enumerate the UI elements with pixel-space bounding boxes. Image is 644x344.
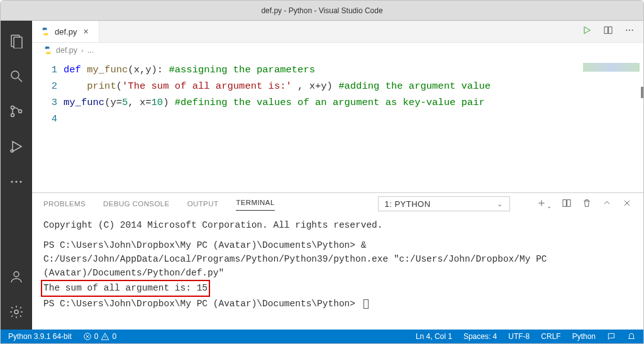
svg-point-6 (19, 110, 22, 113)
svg-line-3 (18, 78, 22, 82)
svg-rect-15 (604, 27, 608, 34)
tab-problems[interactable]: PROBLEMS (43, 199, 86, 209)
status-language[interactable]: Python (572, 332, 596, 341)
explorer-icon[interactable] (8, 32, 25, 50)
chevron-right-icon: › (81, 47, 84, 54)
svg-point-13 (14, 310, 18, 314)
editor-actions (582, 21, 643, 42)
svg-point-4 (11, 106, 14, 109)
split-editor-icon[interactable] (603, 25, 613, 38)
svg-point-18 (629, 30, 630, 31)
breadcrumb-file: def.py (56, 46, 77, 55)
app-window: def.py - Python - Visual Studio Code def… (0, 0, 644, 344)
status-spaces[interactable]: Spaces: 4 (464, 332, 497, 341)
feedback-icon[interactable] (607, 332, 616, 341)
svg-point-12 (14, 272, 19, 277)
account-icon[interactable] (8, 268, 25, 286)
source-control-icon[interactable] (8, 103, 25, 120)
panel-tabs: PROBLEMS DEBUG CONSOLE OUTPUT TERMINAL 1… (32, 193, 643, 214)
svg-point-2 (11, 71, 19, 79)
line-gutter: 1 2 3 4 (32, 58, 64, 192)
svg-point-11 (19, 180, 21, 182)
new-terminal-icon[interactable]: ⌄ (536, 198, 552, 209)
run-debug-icon[interactable] (8, 138, 25, 155)
tab-output[interactable]: OUTPUT (187, 199, 219, 209)
run-file-icon[interactable] (582, 25, 592, 38)
bottom-panel: PROBLEMS DEBUG CONSOLE OUTPUT TERMINAL 1… (32, 192, 643, 330)
code-content[interactable]: def my_func(x,y): #assigning the paramet… (64, 58, 643, 192)
more-icon[interactable] (8, 173, 25, 191)
bell-icon[interactable] (627, 332, 636, 341)
terminal-cursor (364, 299, 369, 309)
python-file-icon (41, 27, 50, 36)
activity-bar (1, 21, 32, 330)
status-eol[interactable]: CRLF (541, 332, 560, 341)
line-number: 4 (32, 111, 57, 127)
terminal-line-highlighted: The sum of all argument is: 15 (43, 280, 632, 297)
editor-more-icon[interactable] (625, 25, 635, 38)
terminal-line: Copyright (C) 2014 Microsoft Corporation… (43, 218, 632, 232)
breadcrumb[interactable]: def.py › ... (32, 43, 643, 58)
panel-actions: ⌄ (536, 198, 633, 209)
python-file-icon (43, 46, 52, 55)
svg-rect-1 (14, 37, 22, 48)
svg-rect-22 (563, 200, 566, 207)
svg-marker-14 (584, 27, 590, 34)
svg-marker-7 (13, 141, 21, 152)
line-number: 3 (32, 94, 57, 111)
svg-point-5 (11, 114, 14, 117)
svg-point-19 (632, 30, 633, 31)
title-bar[interactable]: def.py - Python - Visual Studio Code (1, 1, 643, 21)
status-encoding[interactable]: UTF-8 (508, 332, 530, 341)
svg-point-17 (626, 30, 627, 31)
overview-ruler-mark (641, 87, 643, 98)
code-editor[interactable]: 1 2 3 4 def my_func(x,y): #assigning the… (32, 58, 643, 192)
split-terminal-icon[interactable] (562, 198, 572, 209)
close-panel-icon[interactable] (622, 198, 632, 209)
svg-point-10 (15, 180, 17, 182)
search-icon[interactable] (8, 67, 25, 85)
svg-point-8 (11, 150, 13, 152)
terminal-output[interactable]: Copyright (C) 2014 Microsoft Corporation… (32, 214, 643, 330)
chevron-down-icon: ⌄ (497, 200, 503, 208)
close-tab-icon[interactable]: × (82, 26, 89, 36)
tab-bar: def.py × (32, 21, 643, 43)
maximize-panel-icon[interactable] (602, 198, 612, 209)
tab-defpy[interactable]: def.py × (32, 21, 99, 42)
line-number: 2 (32, 78, 57, 94)
svg-rect-16 (609, 27, 612, 34)
editor-area: def.py × def.py › ... 1 2 3 (32, 21, 643, 330)
line-number: 1 (32, 62, 57, 78)
tab-label: def.py (55, 27, 77, 36)
status-line-col[interactable]: Ln 4, Col 1 (416, 332, 452, 341)
window-title: def.py - Python - Visual Studio Code (261, 6, 382, 15)
minimap[interactable] (583, 63, 640, 72)
terminal-selector[interactable]: 1: Python ⌄ (378, 196, 510, 211)
status-errors[interactable]: 00 (83, 332, 116, 341)
status-bar: Python 3.9.1 64-bit 00 Ln 4, Col 1 Space… (1, 330, 643, 343)
app-body: def.py × def.py › ... 1 2 3 (1, 21, 643, 330)
svg-point-9 (11, 180, 13, 182)
tab-debug-console[interactable]: DEBUG CONSOLE (103, 199, 170, 209)
terminal-select-label: 1: Python (385, 199, 431, 209)
tab-terminal[interactable]: TERMINAL (236, 197, 274, 211)
terminal-prompt: PS C:\Users\John\Dropbox\My PC (Avatar)\… (43, 297, 632, 311)
terminal-line: PS C:\Users\John\Dropbox\My PC (Avatar)\… (43, 238, 632, 280)
trash-icon[interactable] (582, 198, 592, 209)
status-python-version[interactable]: Python 3.9.1 64-bit (8, 332, 72, 341)
breadcrumb-more: ... (87, 46, 94, 55)
settings-gear-icon[interactable] (8, 303, 25, 321)
svg-rect-23 (567, 200, 570, 207)
